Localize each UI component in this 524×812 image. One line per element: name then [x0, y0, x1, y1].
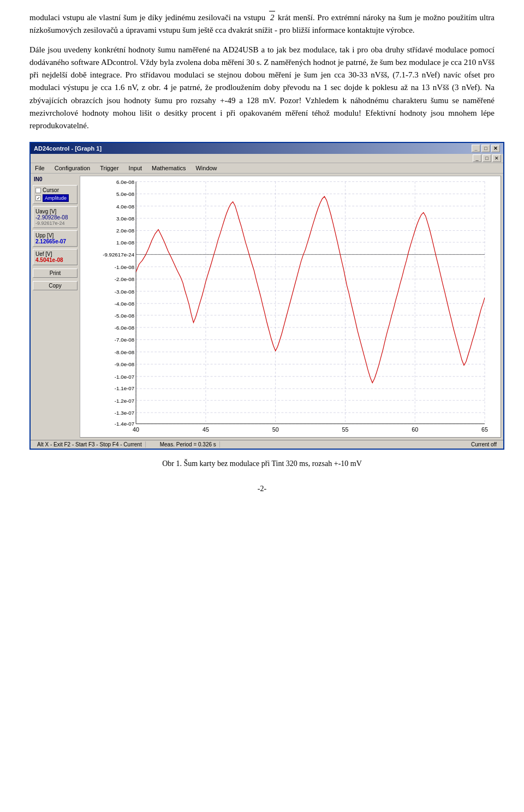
upp-label: Upp [V]: [35, 232, 75, 238]
copy-button[interactable]: Copy: [33, 281, 78, 290]
uef-value: 4.5041e-08: [35, 257, 75, 263]
svg-text:2.0e-08: 2.0e-08: [116, 228, 134, 234]
svg-text:40: 40: [133, 426, 139, 433]
menu-trigger[interactable]: Trigger: [98, 164, 121, 172]
statusbar-meas: Meas. Period = 0.326 s: [157, 441, 220, 447]
svg-text:-1.2e-07: -1.2e-07: [115, 398, 134, 404]
cursor-checkbox[interactable]: [35, 188, 41, 193]
svg-text:-4.0e-08: -4.0e-08: [115, 301, 134, 307]
statusbar-current: Current off: [468, 441, 500, 447]
app-sidebar: IN0 Cursor ✓ Amplitude Uavg [V] -2.90928…: [33, 176, 78, 438]
uef-section: Uef [V] 4.5041e-08: [33, 249, 78, 265]
svg-text:-8.0e-08: -8.0e-08: [115, 349, 134, 355]
uavg-value: -2.90928e-08: [35, 214, 75, 220]
svg-text:60: 60: [412, 426, 418, 433]
upp-section: Upp [V] 2.12665e-07: [33, 230, 78, 247]
app-titlebar: AD24control - [Graph 1] _ □ ✕: [31, 143, 503, 154]
svg-text:-1.0e-07: -1.0e-07: [115, 374, 134, 380]
svg-text:-1.3e-07: -1.3e-07: [115, 410, 134, 416]
cursor-label: Cursor: [43, 187, 59, 193]
svg-text:-1.4e-07: -1.4e-07: [115, 421, 134, 427]
svg-text:55: 55: [342, 426, 349, 433]
menu-input[interactable]: Input: [127, 164, 144, 172]
amplitude-checkbox[interactable]: ✓: [35, 195, 41, 201]
caption-text: Obr 1. Šum karty bez modulace při Tint 3…: [162, 459, 362, 468]
svg-text:-3.0e-08: -3.0e-08: [115, 289, 134, 295]
paragraph-2: Dále jsou uvedeny konkrétní hodnoty šumu…: [29, 44, 495, 133]
figure-caption: Obr 1. Šum karty bez modulace při Tint 3…: [29, 459, 495, 468]
svg-text:3.0e-08: 3.0e-08: [116, 216, 134, 222]
svg-text:-5.0e-08: -5.0e-08: [115, 313, 134, 319]
menu-mathematics[interactable]: Mathematics: [150, 164, 188, 172]
svg-text:65: 65: [481, 426, 488, 433]
paragraph-1: modulaci vstupu ale vlastní šum je díky …: [29, 10, 495, 37]
app-window: AD24control - [Graph 1] _ □ ✕ _ □ ✕ File…: [29, 142, 504, 450]
print-button[interactable]: Print: [33, 268, 78, 278]
upp-value: 2.12665e-07: [35, 238, 75, 244]
svg-rect-0: [88, 176, 492, 437]
svg-text:1.0e-08: 1.0e-08: [116, 240, 134, 246]
menu-window[interactable]: Window: [193, 164, 219, 172]
minimize-button[interactable]: _: [472, 145, 480, 152]
graph-container: 6.0e-08 5.0e-08 4.0e-08 3.0e-08 2.0e-08 …: [80, 176, 501, 438]
svg-text:45: 45: [203, 426, 209, 433]
uavg-label: Uavg [V]: [35, 208, 75, 214]
svg-text:-1.1e-07: -1.1e-07: [115, 385, 134, 391]
svg-text:-9.92617e-24: -9.92617e-24: [103, 252, 135, 258]
app-title: AD24control - [Graph 1]: [34, 145, 102, 152]
cursor-row: Cursor: [35, 187, 75, 193]
svg-text:5.0e-08: 5.0e-08: [116, 191, 134, 197]
svg-text:-6.0e-08: -6.0e-08: [115, 325, 134, 331]
svg-text:6.0e-08: 6.0e-08: [116, 179, 134, 185]
sqrt2: 2: [268, 10, 276, 24]
amplitude-button[interactable]: Amplitude: [43, 194, 69, 202]
app-menubar: File Configuration Trigger Input Mathema…: [31, 163, 503, 174]
inner-titlebar: _ □ ✕: [31, 154, 503, 163]
channel-label: IN0: [33, 176, 78, 183]
statusbar-shortcuts: Alt X - Exit F2 - Start F3 - Stop F4 - C…: [34, 441, 146, 447]
graph-svg: 6.0e-08 5.0e-08 4.0e-08 3.0e-08 2.0e-08 …: [80, 176, 501, 437]
page-num-text: -2-: [258, 485, 266, 493]
titlebar-buttons: _ □ ✕: [472, 145, 500, 152]
amplitude-row: ✓ Amplitude: [35, 194, 75, 202]
svg-text:-9.0e-08: -9.0e-08: [115, 362, 134, 368]
extra-value: -9.92617e-24: [35, 220, 75, 226]
svg-text:-2.0e-08: -2.0e-08: [115, 276, 134, 282]
para2-text: Dále jsou uvedeny konkrétní hodnoty šumu…: [29, 45, 495, 130]
close-button[interactable]: ✕: [491, 145, 500, 152]
inner-close-button[interactable]: ✕: [492, 154, 501, 162]
uef-label: Uef [V]: [35, 251, 75, 257]
app-statusbar: Alt X - Exit F2 - Start F3 - Stop F4 - C…: [31, 440, 503, 449]
inner-minimize-button[interactable]: _: [473, 154, 481, 162]
uavg-section: Uavg [V] -2.90928e-08 -9.92617e-24: [33, 206, 78, 228]
page-number: -2-: [29, 485, 495, 493]
app-main: IN0 Cursor ✓ Amplitude Uavg [V] -2.90928…: [31, 174, 503, 440]
inner-title-controls: _ □ ✕: [473, 154, 501, 162]
svg-text:4.0e-08: 4.0e-08: [116, 204, 134, 210]
maximize-button[interactable]: □: [481, 145, 490, 152]
inner-maximize-button[interactable]: □: [483, 154, 491, 162]
svg-text:50: 50: [272, 426, 279, 433]
svg-text:-1.0e-08: -1.0e-08: [115, 264, 134, 270]
cursor-section: Cursor ✓ Amplitude: [33, 185, 78, 204]
menu-file[interactable]: File: [33, 164, 47, 172]
svg-text:-7.0e-08: -7.0e-08: [115, 337, 134, 343]
para1-text: modulaci vstupu ale vlastní šum je díky …: [29, 13, 268, 22]
menu-configuration[interactable]: Configuration: [52, 164, 92, 172]
